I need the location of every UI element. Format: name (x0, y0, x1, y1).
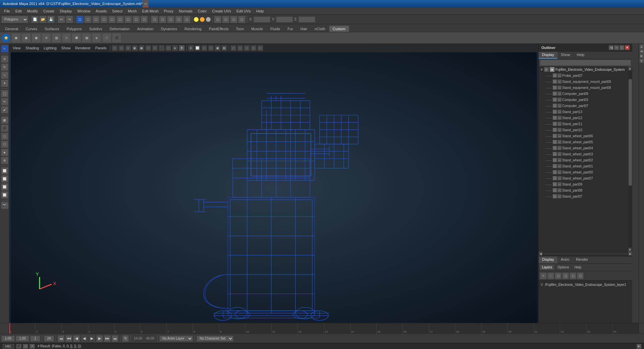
tree-item-21[interactable]: —— ○ — Stand_part07 (539, 193, 628, 199)
outliner-tree[interactable]: ▼ ⊞ ◈ Fujifilm_Electronic_Video_Endoscop… (539, 66, 632, 252)
menu-help[interactable]: Help (254, 8, 267, 14)
layers-tab-display[interactable]: Display (539, 256, 557, 263)
vp-menu-panels[interactable]: Panels (93, 45, 109, 51)
pb-prev-key[interactable]: ◀◀ (65, 335, 72, 342)
menu-color[interactable]: Color (195, 8, 209, 14)
lt-b5[interactable]: ◈ (1, 149, 8, 156)
layers-btn6[interactable]: ◻ (577, 272, 584, 279)
scroll-thumb[interactable] (629, 79, 632, 186)
shelf-tab-polygons[interactable]: Polygons (63, 26, 85, 32)
pb-play[interactable]: ▶ (89, 335, 95, 342)
status-icon3[interactable]: ✕ (30, 344, 35, 349)
tree-item-8[interactable]: —— ○ — Stand_part12 (539, 115, 628, 121)
x-input[interactable] (254, 16, 270, 22)
tb-d1[interactable]: ◻ (214, 16, 221, 23)
tree-item-11[interactable]: —— ○ — Stand_wheel_part06 (539, 133, 628, 139)
menu-file[interactable]: File (1, 8, 13, 14)
menu-modify[interactable]: Modify (24, 8, 41, 14)
lt-camera[interactable]: 📷 (1, 202, 8, 209)
lt-soft[interactable]: ◯ (1, 90, 8, 97)
z-input[interactable] (299, 16, 315, 22)
vp-tb-3[interactable]: ⊙ (125, 45, 131, 51)
frt-btn1[interactable]: ▲ (640, 45, 644, 49)
shelf-tab-fluids[interactable]: Fluids (267, 26, 284, 32)
tb-b7[interactable]: ◻ (132, 16, 140, 23)
shelf-tab-animation[interactable]: Animation (133, 26, 157, 32)
layers-new-btn[interactable]: + (540, 272, 547, 279)
pb-next-frame[interactable]: ▶ (96, 335, 103, 342)
layers-subtab-layers[interactable]: Layers (540, 265, 554, 270)
pb-play-reverse[interactable]: ◀ (81, 335, 88, 342)
lt-scale[interactable]: ⤡ (1, 71, 8, 79)
tb-c3[interactable]: ◻ (167, 16, 174, 23)
shelf-tab-ncloth[interactable]: nCloth (311, 26, 329, 32)
pb-next-key[interactable]: ▶▶ (104, 335, 111, 342)
scroll-up-arrow[interactable]: ▲ (628, 66, 632, 70)
tb-save[interactable]: 💾 (47, 16, 55, 23)
frt-btn3[interactable]: ▶ (640, 54, 644, 58)
menu-display[interactable]: Display (57, 8, 74, 14)
outliner-search-input[interactable] (540, 60, 631, 66)
vp-menu-view[interactable]: View (11, 45, 23, 51)
tb-c5[interactable]: ◻ (183, 16, 191, 23)
lt-universal[interactable]: ✦ (1, 80, 8, 87)
layers-btn4[interactable]: ◻ (562, 272, 569, 279)
pb-current-frame[interactable] (1, 336, 15, 342)
shelf-tab-curves[interactable]: Curves (22, 26, 41, 32)
vp-tb-18[interactable]: ◻ (230, 45, 236, 51)
scroll-right-arrow[interactable]: ▶ (628, 252, 632, 256)
color-ball-3[interactable] (206, 17, 211, 22)
vp-tb-9[interactable]: ◻ (165, 45, 171, 51)
lt-c3[interactable]: ⬜ (1, 183, 8, 191)
tree-item-13[interactable]: —— ○ — Stand_wheel_part04 (539, 145, 628, 151)
tree-item-10[interactable]: —— ○ — Stand_part10 (539, 127, 628, 133)
shelf-tab-painteffects[interactable]: PaintEffects (205, 26, 232, 32)
shelf-tab-subdivs[interactable]: Subdivs (86, 26, 106, 32)
vp-tb-11[interactable]: ✱ (179, 45, 185, 51)
menu-proxy[interactable]: Proxy (161, 8, 176, 14)
shelf-icon-10[interactable]: ◈ (92, 33, 101, 43)
shelf-icon-7[interactable]: ⊙ (62, 33, 71, 43)
vp-menu-lighting[interactable]: Lighting (42, 45, 59, 51)
pb-loop[interactable]: ↻ (122, 335, 129, 342)
tree-item-5[interactable]: —— ○ — Computer_part03 (539, 97, 628, 103)
vp-tb-7[interactable]: ⬡ (152, 45, 158, 51)
timeline-ruler[interactable]: 1 2 3 4 5 6 7 8 9 10 11 12 13 14 15 16 1… (9, 323, 639, 334)
vp-tb-13[interactable]: ⬜ (195, 45, 201, 51)
scroll-down-arrow[interactable]: ▼ (628, 248, 632, 252)
vp-tb-4[interactable]: ▣ (132, 45, 138, 51)
lt-rotate[interactable]: ↻ (1, 63, 8, 71)
menu-create[interactable]: Create (41, 8, 57, 14)
tb-d2[interactable]: ◻ (222, 16, 229, 23)
viewport[interactable]: View Shading Lighting Show Renderer Pane… (9, 44, 538, 323)
tree-item-19[interactable]: —— ○ — Stand_part09 (539, 181, 628, 187)
lt-b1[interactable]: ▦ (1, 116, 8, 124)
tb-redo[interactable]: ↪ (66, 16, 73, 23)
shelf-icon-2[interactable]: ◼ (11, 33, 21, 43)
tb-b8[interactable]: ◻ (141, 16, 148, 23)
tb-b6[interactable]: ◻ (124, 16, 132, 23)
outliner-tab-help[interactable]: Help (574, 52, 588, 59)
lt-b3[interactable]: ◻ (1, 133, 8, 140)
lt-b6[interactable]: ⊕ (1, 157, 8, 164)
layer-item-1[interactable]: V /Fujifilm_Electronic_Video_Endoscope_S… (539, 281, 632, 288)
shelf-tab-custom[interactable]: Custom (329, 26, 349, 32)
layers-tab-anim[interactable]: Anim (557, 256, 573, 263)
tree-item-9[interactable]: —— ○ — Stand_part11 (539, 121, 628, 127)
outliner-minimize-button[interactable]: ─ (614, 45, 619, 50)
pb-range-start[interactable] (16, 336, 29, 342)
shelf-tab-fur[interactable]: Fur (284, 26, 297, 32)
color-ball-2[interactable] (200, 17, 205, 22)
shelf-icon-3[interactable]: ◼ (21, 33, 31, 43)
menu-normals[interactable]: Normals (176, 8, 195, 14)
outliner-close-button[interactable]: ✕ (625, 45, 630, 50)
vp-tb-2[interactable]: ◻ (118, 45, 124, 51)
tree-item-15[interactable]: —— ○ — Stand_wheel_part02 (539, 157, 628, 163)
tb-open[interactable]: 📂 (39, 16, 47, 23)
shelf-tab-muscle[interactable]: Muscle (248, 26, 267, 32)
tree-item-18[interactable]: —— ○ — Stand_wheel_part07 (539, 175, 628, 181)
vp-menu-show[interactable]: Show (59, 45, 73, 51)
lt-translate[interactable]: ✛ (1, 55, 8, 63)
shelf-icon-1[interactable]: ⭐ (1, 33, 11, 43)
layers-btn5[interactable]: ◻ (570, 272, 576, 279)
